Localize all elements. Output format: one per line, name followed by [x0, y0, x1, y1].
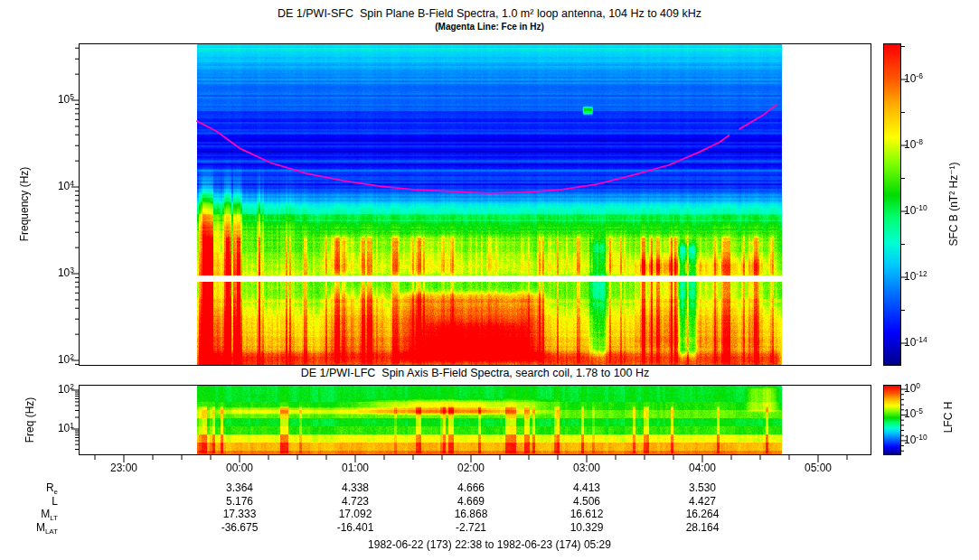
tick-base: 10 — [904, 204, 916, 217]
ephemeris-value: 3.530 — [666, 481, 739, 494]
eph-label-sub: LAT — [45, 527, 58, 536]
sfc-cbtick-1e-8: 10-8 — [904, 138, 923, 151]
eph-label-base: L — [52, 495, 58, 508]
ephemeris-row-label-mlt: MLT — [16, 508, 58, 520]
ephemeris-value: 4.669 — [435, 495, 507, 508]
sfc-ytick-1e4: 104 — [34, 180, 74, 192]
ephemeris-value: 16.612 — [551, 508, 623, 520]
ephemeris-value: 28.164 — [666, 521, 739, 534]
tick-base: 10 — [904, 72, 916, 85]
tick-exp: -10 — [916, 203, 927, 212]
tick-exp: -8 — [916, 137, 923, 146]
ephemeris-value: 10.329 — [551, 521, 623, 534]
tick-exp: -12 — [916, 269, 927, 278]
tick-base: 10 — [904, 270, 916, 283]
ephemeris-row-label-re: Re — [16, 481, 58, 494]
sfc-spectrogram-canvas — [80, 44, 871, 365]
ephemeris-row-label-mlat: MLAT — [16, 521, 58, 534]
tick-exp: 2 — [70, 382, 74, 391]
ephemeris-value: 5.176 — [203, 495, 276, 508]
xtick-0300: 03:00 — [555, 462, 618, 474]
tick-base: 10 — [58, 180, 70, 192]
tick-base: 10 — [58, 93, 70, 106]
sfc-plot-title: DE 1/PWI-SFC Spin Plane B-Field Spectra,… — [0, 7, 979, 20]
ephemeris-value: 16.868 — [435, 508, 507, 520]
ephemeris-value: 16.264 — [666, 508, 739, 520]
lfc-colorbar-label: LFC H — [942, 363, 956, 471]
lfc-cbtick-1e-10: 10-10 — [904, 434, 927, 446]
tick-exp: 5 — [70, 92, 74, 101]
lfc-cbtick-1e0: 100 — [904, 382, 920, 395]
lfc-ytick-1e1: 101 — [34, 422, 74, 434]
sfc-colorbar-label: SFC B (nT² Hz⁻¹) — [947, 105, 962, 303]
ephemeris-value: 17.333 — [203, 508, 276, 520]
tick-base: 10 — [904, 434, 916, 446]
ephemeris-value: 4.338 — [319, 481, 391, 494]
tick-exp: 0 — [916, 381, 920, 390]
sfc-cbtick-1e-12: 10-12 — [904, 270, 927, 283]
lfc-colorbar-frame — [883, 385, 901, 455]
lfc-cbtick-1e-5: 10-5 — [904, 407, 923, 420]
tick-exp: -10 — [916, 433, 927, 442]
lfc-plot-title: DE 1/PWI-LFC Spin Axis B-Field Spectra, … — [80, 367, 871, 379]
tick-exp: 1 — [70, 421, 74, 430]
tick-base: 10 — [904, 336, 916, 349]
ephemeris-value: 4.666 — [435, 481, 507, 494]
sfc-plot-subtitle: (Magenta Line: Fce in Hz) — [0, 22, 979, 32]
lfc-colorbar — [884, 386, 900, 454]
sfc-cbtick-1e-14: 10-14 — [904, 336, 927, 349]
xtick-2300: 23:00 — [92, 462, 155, 474]
sfc-y-axis-label: Frequency (Hz) — [18, 123, 33, 285]
lfc-plot-frame — [79, 385, 871, 455]
tick-exp: -6 — [916, 71, 923, 80]
eph-label-base: M — [36, 521, 45, 534]
tick-base: 10 — [58, 266, 70, 279]
ephemeris-value: 4.723 — [319, 495, 391, 508]
sfc-ytick-1e3: 103 — [34, 266, 74, 279]
eph-label-base: M — [41, 508, 50, 520]
ephemeris-value: 4.506 — [551, 495, 623, 508]
eph-label-base: R — [46, 481, 54, 494]
ephemeris-value: 3.364 — [203, 481, 276, 494]
lfc-spectrogram-canvas — [80, 386, 871, 454]
tick-base: 10 — [58, 383, 70, 396]
xtick-0000: 00:00 — [208, 462, 271, 474]
xtick-0500: 05:00 — [786, 462, 850, 474]
xtick-0200: 02:00 — [439, 462, 503, 474]
ephemeris-value: 4.413 — [551, 481, 623, 494]
lfc-ytick-1e2: 102 — [34, 383, 74, 396]
tick-base: 10 — [58, 353, 70, 366]
ephemeris-row-label-l: L — [16, 495, 58, 508]
ephemeris-value: 4.427 — [666, 495, 739, 508]
tick-exp: 4 — [70, 179, 74, 188]
tick-base: 10 — [58, 422, 70, 434]
tick-exp: 2 — [70, 352, 74, 361]
sfc-cbtick-1e-6: 10-6 — [904, 72, 923, 85]
ephemeris-value: -2.721 — [435, 521, 507, 534]
tick-base: 10 — [904, 407, 916, 420]
ephemeris-value: -16.401 — [319, 521, 391, 534]
tick-base: 10 — [904, 138, 916, 151]
sfc-colorbar — [884, 44, 900, 365]
tick-exp: -5 — [916, 406, 923, 415]
tick-base: 10 — [904, 382, 916, 395]
xtick-0100: 01:00 — [324, 462, 387, 474]
sfc-colorbar-frame — [883, 43, 901, 366]
tick-exp: -14 — [916, 335, 927, 344]
xtick-0400: 04:00 — [671, 462, 734, 474]
sfc-ytick-1e2: 102 — [34, 353, 74, 366]
ephemeris-value: -36.675 — [203, 521, 276, 534]
time-range-caption: 1982-06-22 (173) 22:38 to 1982-06-23 (17… — [0, 538, 979, 551]
spectrogram-page: DE 1/PWI-SFC Spin Plane B-Field Spectra,… — [0, 0, 979, 560]
sfc-ytick-1e5: 105 — [34, 93, 74, 106]
lfc-y-axis-label: Freq (Hz) — [24, 366, 38, 474]
tick-exp: 3 — [70, 266, 74, 275]
sfc-plot-frame — [79, 43, 871, 366]
ephemeris-value: 17.092 — [319, 508, 391, 520]
sfc-cbtick-1e-10: 10-10 — [904, 204, 927, 217]
